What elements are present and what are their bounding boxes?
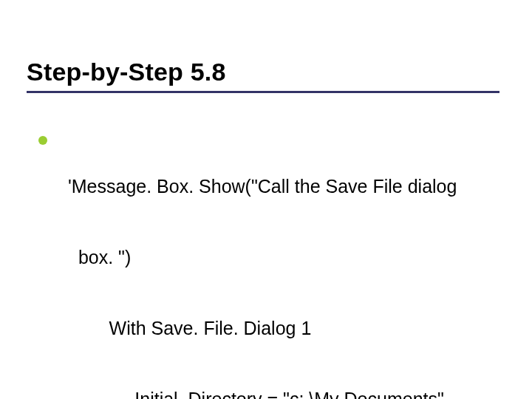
code-line-1b: box. ")	[68, 245, 482, 269]
code-line-2: With Save. File. Dialog 1	[68, 316, 482, 340]
title-area: Step-by-Step 5.8	[27, 58, 499, 93]
slide-title: Step-by-Step 5.8	[27, 58, 499, 86]
slide: Step-by-Step 5.8 'Message. Box. Show("Ca…	[0, 0, 532, 399]
bullet-icon	[38, 136, 47, 145]
code-line-3: . Initial. Directory = "c: \My Documents…	[68, 387, 482, 399]
code-line-1a: 'Message. Box. Show("Call the Save File …	[68, 174, 482, 198]
title-underline	[27, 91, 499, 93]
code-block: 'Message. Box. Show("Call the Save File …	[68, 127, 482, 399]
